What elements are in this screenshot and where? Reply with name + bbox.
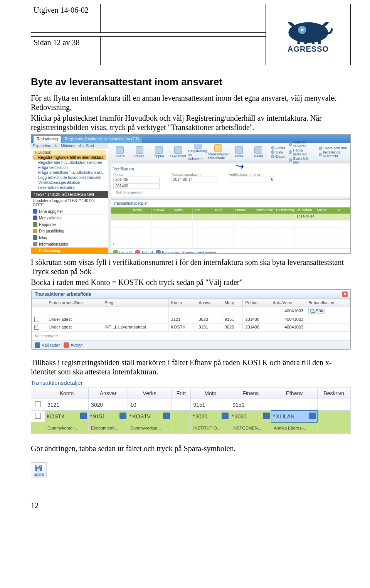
doc-header-table: Utgiven 14-06-02 AGRESSO [31, 4, 351, 65]
table-row[interactable]: Under attest31213020915120140640041003 [32, 315, 350, 323]
hdr-sidan: Sidan 12 av 38 [31, 37, 101, 65]
save-icon [34, 464, 43, 472]
tree-item[interactable]: Registrering/underhåll av internfaktura [33, 155, 106, 160]
page-number: 12 [31, 501, 351, 510]
table-row: 3121 3020 10 9151 9151 [31, 399, 351, 411]
lookup-button[interactable]: ⋯ [222, 413, 229, 419]
table-row[interactable]: Under attestINT LL LeveransattestKOSTK91… [32, 323, 350, 331]
tb-dokument[interactable]: Dokument [169, 144, 187, 161]
kommentarer-label: Kommentarer [32, 331, 350, 340]
tb-regdok[interactable]: Registrering av dokument [188, 144, 207, 161]
lookup-button[interactable]: ⋯ [163, 413, 170, 419]
sb-start[interactable]: Start [86, 144, 94, 148]
sidebar-item[interactable]: Inköp [31, 234, 108, 241]
table-subrow: Dummykonto i... Ekonomienh... Dummyverks… [31, 422, 351, 434]
grid-copy-button[interactable]: Kopiera beskrivning [182, 250, 216, 254]
avbryt-button[interactable]: Avbryt [64, 342, 82, 348]
logo-cell: AGRESSO [266, 4, 351, 65]
sb-sub: Uppdatera Logga ut *TEST* 140128 GÖTE [31, 198, 108, 208]
svg-rect-2 [304, 40, 307, 44]
transaktionsdetaljer-panel: Transaktionsdetaljer KontoAnsvarVerksFri… [111, 199, 351, 254]
tree-item[interactable]: Logg arbetsflöde huvudbokstransaktioner [33, 175, 106, 180]
grid-del-button[interactable]: Ta bort [135, 250, 153, 254]
toolbar: Spara Rensa Öppna Dokument Registrering … [108, 143, 351, 162]
svg-rect-9 [37, 468, 40, 471]
section-title: Byte av leveransattestant inom ansvaret [31, 76, 351, 88]
screenshot-agresso-main: Redovisning Registrering/underhåll av in… [31, 134, 351, 254]
tb-nasta[interactable]: Nästa [249, 144, 267, 161]
lookup-button[interactable]: ⋯ [263, 413, 270, 419]
tb-trans-arbetsflode[interactable]: Transaktioner arbetsflöde [208, 144, 229, 161]
verifikation-panel: Verifikation Period 201406 201406 Transa… [111, 164, 351, 197]
screenshot-trans-arbetsflode: Transaktioner arbetsflöde ✕ Status arbet… [31, 289, 351, 350]
grid-add-button[interactable]: Lägg till [113, 250, 132, 254]
row-checkbox[interactable] [34, 325, 39, 330]
para-5: Gör ändringen, tabba sedan ur fältet och… [31, 444, 351, 453]
sidebar-item[interactable]: Menysökning [31, 215, 108, 221]
para-2: Klicka på plustecknet framför Huvudbok o… [31, 113, 351, 132]
tb-forra[interactable]: Förra [230, 144, 248, 161]
grid-balance-button[interactable]: Balansera [156, 250, 179, 254]
period-input[interactable]: 201406 [113, 177, 160, 182]
lookup-button[interactable]: ⋯ [119, 413, 126, 419]
tree-item[interactable]: Verifikationsspecifikation [33, 180, 106, 185]
logo-text: AGRESSO [288, 45, 329, 54]
search-row: 40041003 Sök [32, 307, 350, 315]
lookup-button[interactable]: ⋯ [80, 413, 87, 419]
sidebar: Expandera alla Minimera alla Start Huvud… [31, 143, 108, 253]
tab-redovisning[interactable]: Redovisning [34, 136, 61, 143]
sidebar-item[interactable]: Din anställning [31, 228, 108, 234]
tree-item[interactable]: Fråga arbetsflöde huvudbokstransaktioner [33, 170, 106, 175]
svg-point-0 [288, 22, 328, 43]
grid-caption: Transaktionsdetaljer [31, 379, 351, 388]
screenshot-transaktionsdetaljer: Transaktionsdetaljer KontoAnsvarVerksFri… [31, 379, 351, 434]
tb-spara[interactable]: Spara [111, 144, 129, 161]
tree-item[interactable]: Leverantörsreskontra [33, 185, 106, 190]
sb-expand-all[interactable]: Expandera alla [33, 144, 59, 148]
sb-band: *TEST* 140128 GÖTEBORGS UNI [31, 191, 108, 198]
svg-rect-1 [297, 39, 300, 44]
tree-item[interactable]: Fråga verifikation [33, 165, 106, 170]
tree-item[interactable]: Registrerade huvudbokstransaktioner [33, 160, 106, 165]
svg-rect-8 [37, 465, 41, 468]
sidebar-item[interactable]: Redovisning [31, 248, 108, 254]
search-vernr-input[interactable]: 40041003 [270, 307, 306, 315]
vernr-input[interactable]: 0 [229, 177, 275, 182]
search-icon [310, 309, 314, 313]
lookup-button[interactable]: ⋯ [309, 413, 316, 419]
dialog-title: Transaktioner arbetsflöde ✕ [32, 290, 350, 299]
sok-button[interactable]: Sök [308, 308, 325, 314]
tb-oppna[interactable]: Öppna [150, 144, 168, 161]
hdr-utgiven: Utgiven 14-06-02 [31, 4, 101, 33]
row-checkbox[interactable] [35, 413, 41, 419]
transdatum-input[interactable]: 2014-08-14 [171, 177, 217, 182]
para-4: Tillbaks i registreringsbilden ställ mar… [31, 358, 351, 376]
sb-collapse-all[interactable]: Minimera alla [61, 144, 84, 148]
spara-button-small[interactable]: Spara [31, 462, 47, 478]
svg-point-6 [301, 29, 303, 31]
valj-rader-button[interactable]: Välj rader [35, 342, 60, 348]
table-row-active: KOSTK⋯ *9151⋯ *KOSTV⋯ *3020⋯ *3020⋯ *XLI… [31, 411, 351, 422]
para-1: För att flytta en internfaktura till en … [31, 93, 351, 112]
para-3b: Bocka i raden med Konto = KOSTK och tryc… [31, 278, 351, 287]
para-3a: I sökrutan som visas fyll i verifikation… [31, 258, 351, 276]
sidebar-item[interactable]: Informationssidor [31, 241, 108, 248]
tree-root[interactable]: Huvudbok [33, 150, 106, 155]
tab-document[interactable]: Registrering/underhåll av internfaktura … [62, 136, 142, 143]
agresso-bull-logo [276, 15, 341, 46]
sidebar-item[interactable]: Dina uppgifter [31, 208, 108, 215]
row-checkbox[interactable] [35, 401, 41, 407]
svg-rect-10 [39, 466, 40, 467]
close-icon[interactable]: ✕ [342, 291, 348, 297]
row-checkbox[interactable] [34, 317, 39, 322]
svg-rect-4 [318, 39, 320, 44]
nav-tree: Huvudbok Registrering/underhåll av inter… [31, 149, 108, 191]
tb-rensa[interactable]: Rensa [130, 144, 148, 161]
sidebar-item[interactable]: Rapporter [31, 221, 108, 228]
svg-rect-3 [311, 40, 314, 44]
